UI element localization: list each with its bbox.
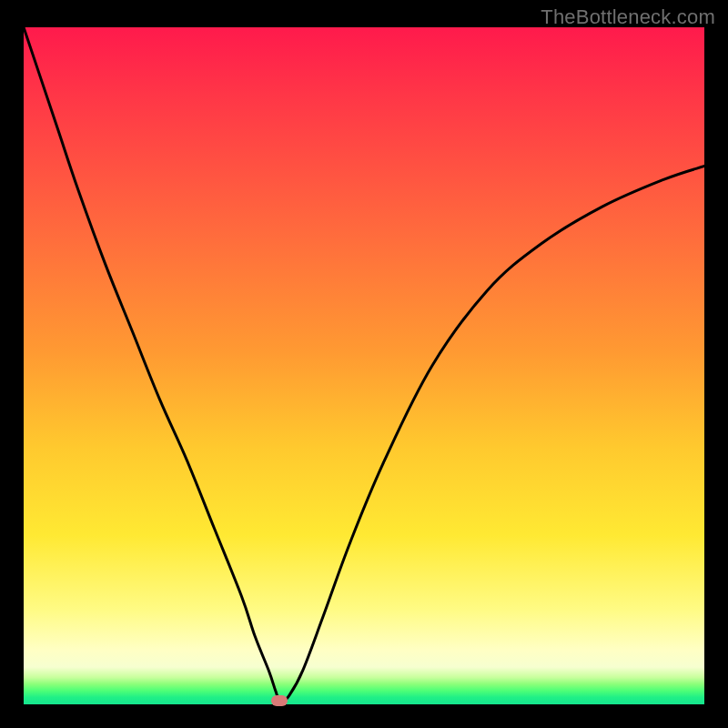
chart-frame: TheBottleneck.com bbox=[0, 0, 728, 728]
minimum-marker bbox=[271, 695, 288, 706]
plot-area bbox=[24, 27, 704, 704]
bottleneck-curve bbox=[24, 27, 704, 704]
watermark-text: TheBottleneck.com bbox=[541, 5, 715, 29]
